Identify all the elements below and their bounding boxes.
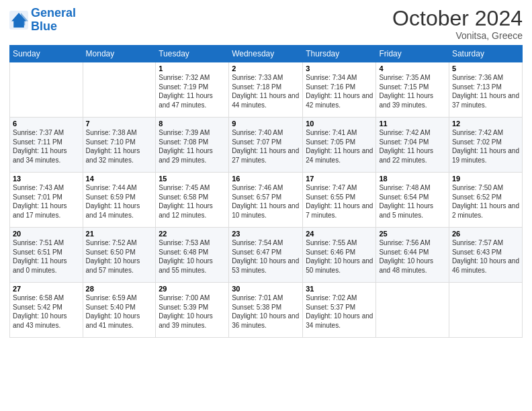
day-cell: 23Sunrise: 7:54 AM Sunset: 6:47 PM Dayli… bbox=[229, 228, 303, 283]
day-number: 21 bbox=[86, 230, 153, 238]
day-cell: 24Sunrise: 7:55 AM Sunset: 6:46 PM Dayli… bbox=[303, 228, 376, 283]
day-cell: 21Sunrise: 7:52 AM Sunset: 6:50 PM Dayli… bbox=[83, 228, 156, 283]
page: General Blue October 2024 Vonitsa, Greec… bbox=[0, 0, 532, 411]
calendar-header-row: Sunday Monday Tuesday Wednesday Thursday… bbox=[10, 46, 523, 62]
day-cell bbox=[376, 283, 449, 338]
day-number: 24 bbox=[306, 230, 373, 238]
day-cell: 6Sunrise: 7:37 AM Sunset: 7:11 PM Daylig… bbox=[10, 118, 83, 173]
week-row-4: 20Sunrise: 7:51 AM Sunset: 6:51 PM Dayli… bbox=[10, 228, 523, 283]
day-info: Sunrise: 7:57 AM Sunset: 6:43 PM Dayligh… bbox=[452, 238, 519, 275]
day-info: Sunrise: 7:01 AM Sunset: 5:38 PM Dayligh… bbox=[232, 293, 300, 330]
day-number: 29 bbox=[159, 285, 226, 293]
logo-text: General Blue bbox=[31, 7, 76, 34]
logo-icon bbox=[9, 11, 28, 30]
day-number: 12 bbox=[452, 120, 519, 128]
day-cell: 13Sunrise: 7:43 AM Sunset: 7:01 PM Dayli… bbox=[10, 173, 83, 228]
day-info: Sunrise: 7:42 AM Sunset: 7:04 PM Dayligh… bbox=[379, 128, 445, 165]
day-cell: 20Sunrise: 7:51 AM Sunset: 6:51 PM Dayli… bbox=[10, 228, 83, 283]
col-wednesday: Wednesday bbox=[229, 46, 303, 62]
day-info: Sunrise: 7:34 AM Sunset: 7:16 PM Dayligh… bbox=[306, 73, 373, 109]
header: General Blue October 2024 Vonitsa, Greec… bbox=[9, 7, 523, 41]
logo-general: General bbox=[31, 6, 76, 19]
day-cell: 16Sunrise: 7:46 AM Sunset: 6:57 PM Dayli… bbox=[229, 173, 303, 228]
day-cell: 10Sunrise: 7:41 AM Sunset: 7:05 PM Dayli… bbox=[303, 118, 376, 173]
day-number: 11 bbox=[379, 120, 445, 128]
day-info: Sunrise: 6:58 AM Sunset: 5:42 PM Dayligh… bbox=[13, 293, 80, 330]
day-number: 8 bbox=[159, 120, 226, 128]
day-info: Sunrise: 7:33 AM Sunset: 7:18 PM Dayligh… bbox=[232, 73, 300, 109]
location: Vonitsa, Greece bbox=[392, 30, 523, 41]
day-info: Sunrise: 7:44 AM Sunset: 6:59 PM Dayligh… bbox=[86, 183, 153, 220]
day-number: 14 bbox=[86, 175, 153, 183]
day-cell: 22Sunrise: 7:53 AM Sunset: 6:48 PM Dayli… bbox=[156, 228, 229, 283]
day-info: Sunrise: 7:41 AM Sunset: 7:05 PM Dayligh… bbox=[306, 128, 373, 165]
day-cell bbox=[83, 62, 156, 118]
day-cell: 1Sunrise: 7:32 AM Sunset: 7:19 PM Daylig… bbox=[156, 62, 229, 118]
day-info: Sunrise: 7:42 AM Sunset: 7:02 PM Dayligh… bbox=[452, 128, 519, 165]
day-info: Sunrise: 7:00 AM Sunset: 5:39 PM Dayligh… bbox=[159, 293, 226, 330]
day-info: Sunrise: 7:46 AM Sunset: 6:57 PM Dayligh… bbox=[232, 183, 300, 220]
day-info: Sunrise: 7:36 AM Sunset: 7:13 PM Dayligh… bbox=[452, 73, 519, 109]
day-info: Sunrise: 7:50 AM Sunset: 6:52 PM Dayligh… bbox=[452, 183, 519, 220]
day-number: 9 bbox=[232, 120, 300, 128]
title-block: October 2024 Vonitsa, Greece bbox=[392, 7, 523, 41]
logo: General Blue bbox=[9, 7, 76, 34]
day-number: 18 bbox=[379, 175, 445, 183]
day-number: 26 bbox=[452, 230, 519, 238]
day-cell: 27Sunrise: 6:58 AM Sunset: 5:42 PM Dayli… bbox=[10, 283, 83, 338]
day-number: 3 bbox=[306, 64, 373, 73]
day-cell: 19Sunrise: 7:50 AM Sunset: 6:52 PM Dayli… bbox=[449, 173, 522, 228]
col-sunday: Sunday bbox=[10, 46, 83, 62]
day-info: Sunrise: 7:55 AM Sunset: 6:46 PM Dayligh… bbox=[306, 238, 373, 275]
week-row-5: 27Sunrise: 6:58 AM Sunset: 5:42 PM Dayli… bbox=[10, 283, 523, 338]
day-cell bbox=[10, 62, 83, 118]
col-saturday: Saturday bbox=[449, 46, 522, 62]
day-info: Sunrise: 7:47 AM Sunset: 6:55 PM Dayligh… bbox=[306, 183, 373, 220]
col-tuesday: Tuesday bbox=[156, 46, 229, 62]
day-number: 1 bbox=[159, 64, 226, 73]
day-cell: 4Sunrise: 7:35 AM Sunset: 7:15 PM Daylig… bbox=[376, 62, 449, 118]
day-number: 20 bbox=[13, 230, 80, 238]
day-cell: 18Sunrise: 7:48 AM Sunset: 6:54 PM Dayli… bbox=[376, 173, 449, 228]
day-info: Sunrise: 7:02 AM Sunset: 5:37 PM Dayligh… bbox=[306, 293, 373, 330]
day-info: Sunrise: 7:51 AM Sunset: 6:51 PM Dayligh… bbox=[13, 238, 80, 275]
day-info: Sunrise: 7:54 AM Sunset: 6:47 PM Dayligh… bbox=[232, 238, 300, 275]
day-cell: 15Sunrise: 7:45 AM Sunset: 6:58 PM Dayli… bbox=[156, 173, 229, 228]
day-info: Sunrise: 7:39 AM Sunset: 7:08 PM Dayligh… bbox=[159, 128, 226, 165]
day-info: Sunrise: 7:38 AM Sunset: 7:10 PM Dayligh… bbox=[86, 128, 153, 165]
day-cell: 14Sunrise: 7:44 AM Sunset: 6:59 PM Dayli… bbox=[83, 173, 156, 228]
day-info: Sunrise: 7:52 AM Sunset: 6:50 PM Dayligh… bbox=[86, 238, 153, 275]
day-cell: 12Sunrise: 7:42 AM Sunset: 7:02 PM Dayli… bbox=[449, 118, 522, 173]
day-cell: 5Sunrise: 7:36 AM Sunset: 7:13 PM Daylig… bbox=[449, 62, 522, 118]
day-number: 31 bbox=[306, 285, 373, 293]
day-cell bbox=[449, 283, 522, 338]
day-number: 10 bbox=[306, 120, 373, 128]
day-number: 15 bbox=[159, 175, 226, 183]
day-number: 28 bbox=[86, 285, 153, 293]
month-title: October 2024 bbox=[392, 7, 523, 30]
day-cell: 2Sunrise: 7:33 AM Sunset: 7:18 PM Daylig… bbox=[229, 62, 303, 118]
day-info: Sunrise: 7:45 AM Sunset: 6:58 PM Dayligh… bbox=[159, 183, 226, 220]
day-info: Sunrise: 7:37 AM Sunset: 7:11 PM Dayligh… bbox=[13, 128, 80, 165]
day-info: Sunrise: 7:35 AM Sunset: 7:15 PM Dayligh… bbox=[379, 73, 445, 109]
day-number: 6 bbox=[13, 120, 80, 128]
week-row-2: 6Sunrise: 7:37 AM Sunset: 7:11 PM Daylig… bbox=[10, 118, 523, 173]
day-cell: 31Sunrise: 7:02 AM Sunset: 5:37 PM Dayli… bbox=[303, 283, 376, 338]
week-row-1: 1Sunrise: 7:32 AM Sunset: 7:19 PM Daylig… bbox=[10, 62, 523, 118]
day-cell: 11Sunrise: 7:42 AM Sunset: 7:04 PM Dayli… bbox=[376, 118, 449, 173]
logo-blue: Blue bbox=[31, 19, 57, 33]
day-number: 25 bbox=[379, 230, 445, 238]
day-number: 30 bbox=[232, 285, 300, 293]
calendar: Sunday Monday Tuesday Wednesday Thursday… bbox=[9, 45, 523, 338]
day-info: Sunrise: 7:53 AM Sunset: 6:48 PM Dayligh… bbox=[159, 238, 226, 275]
day-info: Sunrise: 7:56 AM Sunset: 6:44 PM Dayligh… bbox=[379, 238, 445, 275]
day-cell: 26Sunrise: 7:57 AM Sunset: 6:43 PM Dayli… bbox=[449, 228, 522, 283]
day-cell: 29Sunrise: 7:00 AM Sunset: 5:39 PM Dayli… bbox=[156, 283, 229, 338]
day-number: 22 bbox=[159, 230, 226, 238]
day-number: 13 bbox=[13, 175, 80, 183]
col-friday: Friday bbox=[376, 46, 449, 62]
day-number: 19 bbox=[452, 175, 519, 183]
day-cell: 25Sunrise: 7:56 AM Sunset: 6:44 PM Dayli… bbox=[376, 228, 449, 283]
day-number: 17 bbox=[306, 175, 373, 183]
day-number: 7 bbox=[86, 120, 153, 128]
